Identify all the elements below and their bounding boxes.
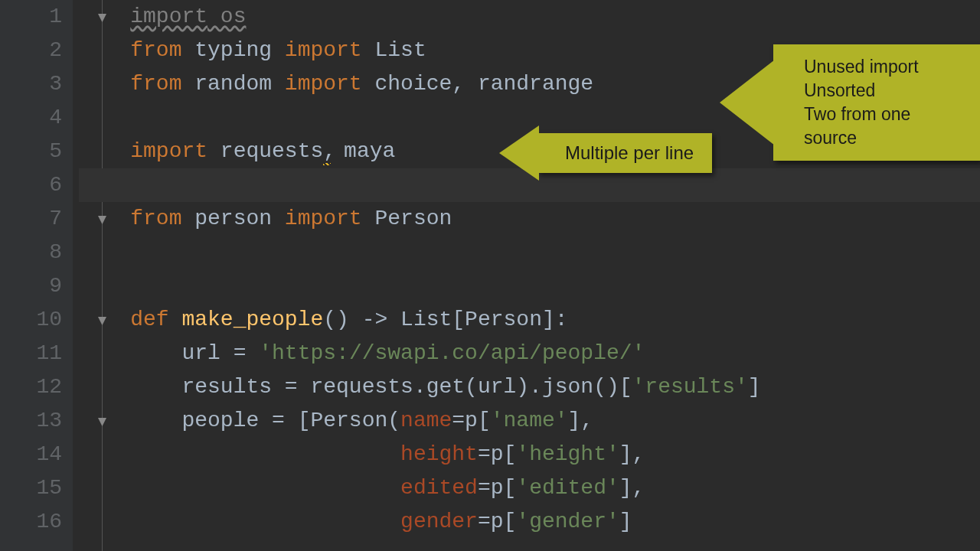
code-line-9[interactable] — [79, 269, 980, 303]
line-number: 13 — [0, 404, 62, 438]
line-number: 3 — [0, 67, 62, 101]
keyword-import: import — [285, 202, 362, 236]
warning-squiggle-icon: , — [323, 135, 331, 168]
indent — [79, 370, 130, 404]
indent — [79, 438, 349, 471]
keyword-import: import — [130, 135, 207, 168]
module-typing: typing — [181, 34, 284, 67]
string-literal: 'edited' — [516, 471, 619, 505]
callout-text: Multiple per line — [565, 142, 694, 163]
end-punct: ], — [619, 471, 645, 505]
assignment: url = — [181, 337, 259, 370]
import-list: List — [362, 34, 426, 67]
module-random: random — [181, 67, 284, 101]
code-text: people = [Person( — [181, 404, 400, 438]
import-names: choice, randrange — [362, 67, 593, 101]
code-text: results = requests.get(url).json()[ — [181, 370, 632, 404]
code-line-13[interactable]: people = [Person(name=p['name'], — [79, 404, 980, 438]
module-maya: maya — [331, 135, 395, 168]
bracket-close: ] — [748, 370, 761, 404]
end-punct: ] — [619, 505, 632, 539]
code-line-16[interactable]: gender=p['gender'] — [79, 505, 980, 539]
line-number: 4 — [0, 101, 62, 135]
end-punct: ], — [619, 438, 645, 471]
eq-bracket: =p[ — [452, 404, 490, 438]
code-line-15[interactable]: edited=p['edited'], — [79, 471, 980, 505]
line-number: 6 — [0, 168, 62, 202]
string-literal: 'name' — [491, 404, 568, 438]
callout-multiple-per-line: Multiple per line — [537, 133, 712, 173]
line-number: 16 — [0, 505, 62, 539]
line-number: 15 — [0, 471, 62, 505]
keyword-argument: name — [400, 404, 452, 438]
keyword-from: from — [130, 67, 181, 101]
line-number: 14 — [0, 438, 62, 471]
keyword-import: import — [285, 34, 362, 67]
line-number: 9 — [0, 269, 62, 303]
line-number: 8 — [0, 236, 62, 269]
module-os: os — [207, 0, 246, 34]
code-line-12[interactable]: results = requests.get(url).json()['resu… — [79, 370, 980, 404]
line-number: 12 — [0, 370, 62, 404]
code-line-1[interactable]: import os — [79, 0, 980, 34]
arrow-left-icon — [499, 126, 539, 181]
gutter: 1 2 3 4 5 6 7 8 9 10 11 12 13 14 15 16 — [0, 0, 73, 551]
import-person: Person — [362, 202, 452, 236]
eq-bracket: =p[ — [478, 438, 516, 471]
line-number: 1 — [0, 0, 62, 34]
line-number: 10 — [0, 303, 62, 337]
indent — [79, 471, 349, 505]
code-line-11[interactable]: url = 'https://swapi.co/api/people/' — [79, 337, 980, 370]
module-person: person — [181, 202, 284, 236]
string-literal: 'gender' — [516, 505, 619, 539]
eq-bracket: =p[ — [478, 505, 516, 539]
indent — [79, 505, 349, 539]
keyword-import: import — [285, 67, 362, 101]
end-punct: ], — [568, 404, 594, 438]
keyword-argument: edited — [400, 471, 478, 505]
keyword-from: from — [130, 34, 181, 67]
string-literal: 'https://swapi.co/api/people/' — [259, 337, 645, 370]
keyword-from: from — [130, 202, 181, 236]
function-signature: () -> List[Person]: — [323, 303, 567, 337]
line-number: 7 — [0, 202, 62, 236]
keyword-argument: height — [400, 438, 478, 471]
function-name: make_people — [169, 303, 324, 337]
callout-line-3: Two from one source — [804, 103, 959, 150]
callout-line-1: Unused import — [804, 55, 959, 79]
keyword-def: def — [130, 303, 168, 337]
eq-bracket: =p[ — [478, 471, 516, 505]
line-number: 11 — [0, 337, 62, 370]
string-literal: 'height' — [516, 438, 619, 471]
keyword-import: import — [130, 0, 207, 34]
code-line-14[interactable]: height=p['height'], — [79, 438, 980, 471]
arrow-left-icon — [720, 60, 775, 145]
indent — [79, 337, 130, 370]
code-line-10[interactable]: def make_people() -> List[Person]: — [79, 303, 980, 337]
code-line-8[interactable] — [79, 236, 980, 269]
string-literal: 'results' — [632, 370, 748, 404]
callout-line-2: Unsorted — [804, 79, 959, 103]
keyword-argument: gender — [400, 505, 478, 539]
callout-import-issues: Unused import Unsorted Two from one sour… — [773, 44, 980, 161]
module-requests: requests — [207, 135, 323, 168]
line-number: 5 — [0, 135, 62, 168]
line-number: 2 — [0, 34, 62, 67]
code-line-7[interactable]: from person import Person — [79, 202, 980, 236]
